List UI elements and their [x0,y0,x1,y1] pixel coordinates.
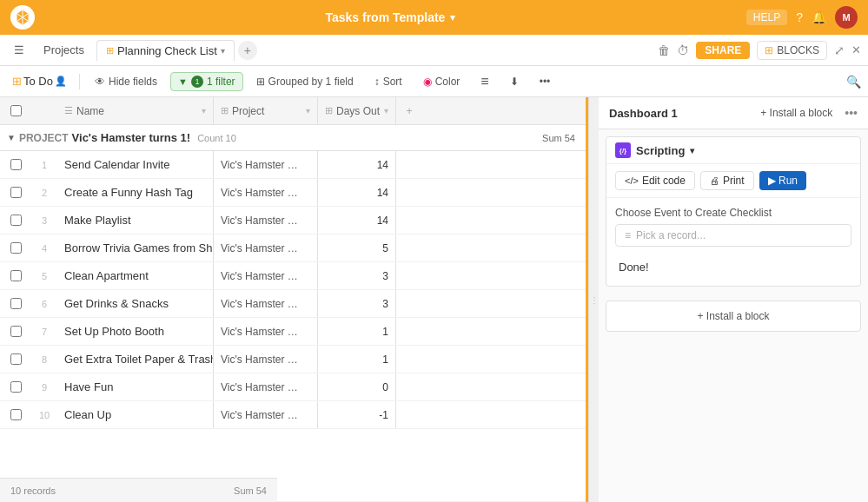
row-project[interactable]: Vic's Hamster … [214,401,318,428]
table-row[interactable]: 4 Borrow Trivia Games from Shani Vic's H… [0,234,586,262]
install-block-header-button[interactable]: + Install a block [755,104,838,122]
download-button[interactable]: ⬇ [502,72,527,91]
row-checkbox[interactable] [0,187,31,198]
group-button[interactable]: ⊞ Grouped by 1 field [248,72,361,91]
help-button[interactable]: HELP [746,10,787,25]
row-checkbox[interactable] [0,381,31,393]
blocks-button[interactable]: ⊞ BLOCKS [757,41,827,60]
row-select-checkbox[interactable] [10,187,22,198]
add-column-button[interactable]: + [396,104,422,117]
table-row[interactable]: 8 Get Extra Toilet Paper & Trash Bags Vi… [0,346,586,373]
table-row[interactable]: 5 Clean Apartment Vic's Hamster … 3 [0,262,586,290]
table-row[interactable]: 1 Send Calendar Invite Vic's Hamster … 1… [0,151,586,179]
row-project[interactable]: Vic's Hamster … [214,318,318,345]
row-name[interactable]: Set Up Photo Booth [57,318,214,345]
table-row[interactable]: 7 Set Up Photo Booth Vic's Hamster … 1 [0,318,586,346]
row-name[interactable]: Get Extra Toilet Paper & Trash Bags [57,346,214,373]
row-project[interactable]: Vic's Hamster … [214,179,318,206]
table-row[interactable]: 6 Get Drinks & Snacks Vic's Hamster … 3 [0,290,586,318]
title-dropdown-icon[interactable]: ▾ [450,12,455,23]
row-name[interactable]: Clean Apartment [57,262,214,289]
row-project[interactable]: Vic's Hamster … [214,290,318,317]
install-block-bottom-button[interactable]: + Install a block [606,301,861,332]
filter-button[interactable]: ▼ 1 1 filter [170,72,243,91]
sort-button[interactable]: ↕ Sort [367,72,410,91]
row-name[interactable]: Get Drinks & Snacks [57,290,214,317]
row-select-checkbox[interactable] [10,270,22,281]
fullscreen-icon[interactable]: ⤢ [834,43,845,57]
row-checkbox[interactable] [0,159,31,170]
help-question-icon[interactable]: ? [796,10,803,24]
color-button[interactable]: ◉ Color [415,72,468,91]
table-row[interactable]: 9 Have Fun Vic's Hamster … 0 [0,373,586,401]
row-select-checkbox[interactable] [10,159,22,170]
row-checkbox[interactable] [0,270,31,281]
name-col-dropdown[interactable]: ▾ [202,106,206,116]
row-select-checkbox[interactable] [10,298,22,309]
row-checkbox[interactable] [0,353,31,365]
project-col-dropdown[interactable]: ▾ [306,106,310,116]
run-button[interactable]: ▶ Run [759,171,806,190]
panel-collapse-handle[interactable]: ⋮ [588,97,599,502]
row-select-checkbox[interactable] [10,409,22,420]
print-button[interactable]: 🖨 Print [700,171,754,190]
app-logo[interactable] [10,5,35,30]
row-name[interactable]: Send Calendar Invite [57,151,214,178]
row-height-button[interactable]: ≡ [473,70,496,93]
row-name[interactable]: Clean Up [57,401,214,428]
add-tab-button[interactable]: + [238,41,257,60]
avatar[interactable]: M [835,6,858,29]
row-select-checkbox[interactable] [10,381,22,393]
row-name[interactable]: Create a Funny Hash Tag [57,179,214,206]
row-project[interactable]: Vic's Hamster … [214,234,318,261]
row-project[interactable]: Vic's Hamster … [214,373,318,400]
scripting-dropdown-icon[interactable]: ▾ [690,146,694,155]
hamburger-menu[interactable]: ☰ [7,40,31,60]
view-toggle[interactable]: ⊞ To Do 👤 [7,72,72,90]
row-name[interactable]: Have Fun [57,373,214,400]
table-row[interactable]: 3 Make Playlist Vic's Hamster … 14 [0,207,586,234]
filter-label: 1 filter [207,76,235,88]
close-icon[interactable]: ✕ [851,43,861,56]
projects-tab[interactable]: Projects [35,40,93,60]
more-options-button[interactable]: ••• [532,72,559,91]
row-number: 2 [31,188,57,198]
row-checkbox[interactable] [0,242,31,254]
row-number: 5 [31,271,57,281]
planning-checklist-tab[interactable]: ⊞ Planning Check List ▾ [96,40,235,61]
hide-fields-button[interactable]: 👁 Hide fields [87,72,165,91]
tab-bar: ☰ Projects ⊞ Planning Check List ▾ + 🗑 ⏱… [0,35,868,66]
filter-icon: ▼ [178,76,188,87]
share-button[interactable]: SHARE [696,42,750,59]
row-project[interactable]: Vic's Hamster … [214,207,318,234]
th-checkbox[interactable] [0,105,31,116]
row-checkbox[interactable] [0,298,31,309]
row-checkbox[interactable] [0,326,31,337]
row-project[interactable]: Vic's Hamster … [214,346,318,373]
row-select-checkbox[interactable] [10,326,22,337]
row-select-checkbox[interactable] [10,215,22,226]
table-row[interactable]: 10 Clean Up Vic's Hamster … -1 [0,401,586,429]
row-select-checkbox[interactable] [10,353,22,365]
row-project[interactable]: Vic's Hamster … [214,151,318,178]
row-checkbox[interactable] [0,215,31,226]
trash-icon[interactable]: 🗑 [658,43,670,57]
row-name[interactable]: Borrow Trivia Games from Shani [57,234,214,261]
dashboard-more-button[interactable]: ••• [845,106,858,120]
table-row[interactable]: 2 Create a Funny Hash Tag Vic's Hamster … [0,179,586,207]
pick-record-input[interactable]: ≡ Pick a record... [615,224,851,247]
group-toggle[interactable]: ▼ [7,133,16,142]
tab-dropdown-icon[interactable]: ▾ [221,46,225,56]
row-project[interactable]: Vic's Hamster … [214,262,318,289]
days-col-dropdown[interactable]: ▾ [384,106,388,116]
search-icon[interactable]: 🔍 [846,75,861,89]
row-number: 6 [31,299,57,309]
edit-code-button[interactable]: </> Edit code [615,171,695,190]
row-select-checkbox[interactable] [10,242,22,254]
row-checkbox[interactable] [0,409,31,420]
history-icon[interactable]: ⏱ [677,43,689,57]
row-name[interactable]: Make Playlist [57,207,214,234]
notifications-icon[interactable]: 🔔 [812,10,826,24]
row-number: 1 [31,160,57,170]
select-all-checkbox[interactable] [10,105,22,116]
